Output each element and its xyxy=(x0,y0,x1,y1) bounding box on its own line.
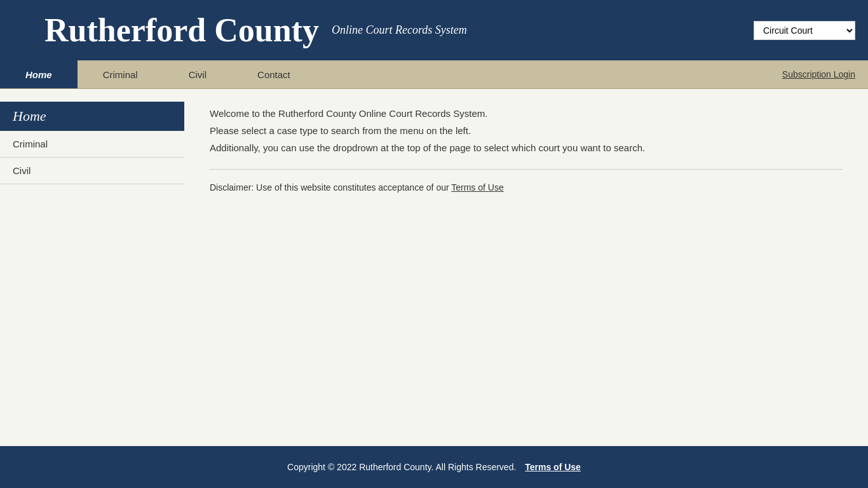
main-content: Home Criminal Civil Welcome to the Ruthe… xyxy=(0,89,868,446)
top-nav-criminal[interactable]: Criminal xyxy=(78,60,163,88)
sidebar-civil[interactable]: Civil xyxy=(0,158,184,184)
site-title: Rutherford County xyxy=(44,11,319,49)
content-divider xyxy=(210,169,843,170)
disclaimer-text: Disclaimer: Use of this website constitu… xyxy=(210,182,843,193)
disclaimer-prefix: Disclaimer: Use of this website constitu… xyxy=(210,182,451,193)
footer-terms-link[interactable]: Terms of Use xyxy=(525,462,581,472)
court-selector[interactable]: Circuit Court General Sessions Chancery … xyxy=(754,21,855,40)
sidebar: Home Criminal Civil xyxy=(0,89,184,446)
subscription-login-link[interactable]: Subscription Login xyxy=(770,60,868,88)
sidebar-criminal[interactable]: Criminal xyxy=(0,131,184,158)
top-nav-civil[interactable]: Civil xyxy=(163,60,232,88)
top-navigation: Home Criminal Civil Contact Subscription… xyxy=(0,60,868,89)
page-content: Welcome to the Rutherford County Online … xyxy=(184,89,868,446)
top-nav-contact[interactable]: Contact xyxy=(232,60,316,88)
site-subtitle: Online Court Records System xyxy=(332,24,467,37)
top-nav-home[interactable]: Home xyxy=(0,60,78,88)
welcome-line-3: Additionally, you can use the dropdrown … xyxy=(210,142,843,153)
site-header: Rutherford County Online Court Records S… xyxy=(0,0,868,60)
welcome-line-2: Please select a case type to search from… xyxy=(210,125,843,136)
welcome-line-1: Welcome to the Rutherford County Online … xyxy=(210,108,843,119)
footer-copyright: Copyright © 2022 Rutherford County. All … xyxy=(287,462,516,472)
site-footer: Copyright © 2022 Rutherford County. All … xyxy=(0,446,868,488)
terms-of-use-link[interactable]: Terms of Use xyxy=(451,182,503,193)
sidebar-home[interactable]: Home xyxy=(0,102,184,131)
